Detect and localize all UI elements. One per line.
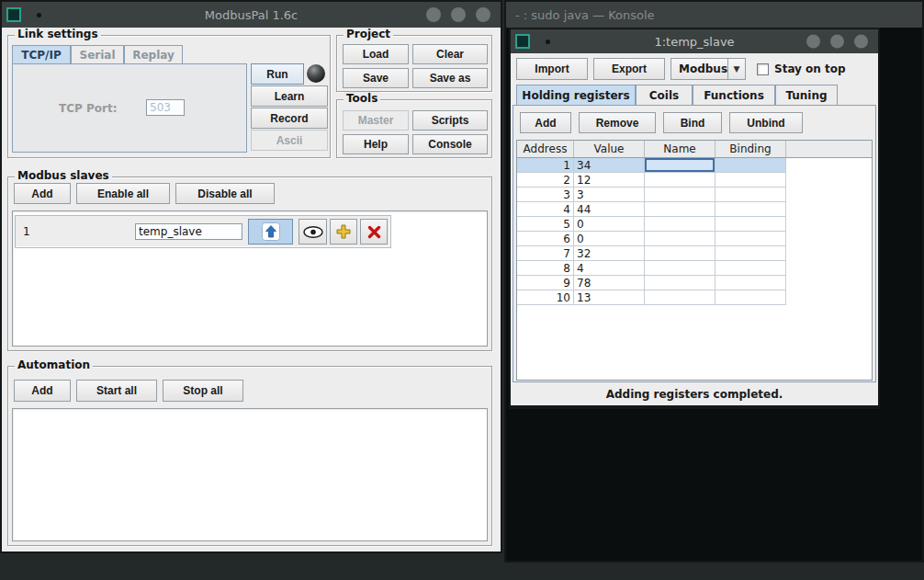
table-row[interactable]: 5 0 [517, 217, 872, 232]
cell-value[interactable]: 12 [574, 173, 645, 188]
cell-binding[interactable] [716, 188, 786, 202]
stop-all-button[interactable]: Stop all [163, 380, 243, 402]
run-button[interactable]: Run [251, 63, 304, 85]
table-row[interactable]: 7 32 [517, 246, 872, 261]
cell-binding[interactable] [716, 217, 786, 232]
tab-tuning[interactable]: Tuning [775, 85, 838, 105]
cell-name[interactable] [645, 261, 716, 276]
export-button[interactable]: Export [593, 58, 665, 80]
dialog-close-button[interactable] [854, 35, 868, 49]
bind-button[interactable]: Bind [663, 112, 722, 133]
cell-value[interactable]: 78 [574, 276, 645, 290]
tab-functions[interactable]: Functions [693, 85, 775, 105]
cell-value[interactable]: 32 [574, 246, 645, 261]
cell-binding[interactable] [716, 261, 786, 276]
cell-address[interactable]: 4 [517, 202, 574, 217]
help-button[interactable]: Help [343, 134, 409, 154]
cell-name[interactable] [645, 290, 716, 305]
add-automation-button[interactable]: Add [14, 380, 71, 402]
maximize-button[interactable] [451, 7, 466, 22]
cell-address[interactable]: 1 [517, 158, 574, 173]
table-row[interactable]: 2 12 [517, 173, 872, 188]
header-binding[interactable]: Binding [716, 141, 786, 157]
dialog-minimize-button[interactable] [806, 35, 820, 49]
slave-name-input[interactable] [135, 223, 242, 240]
cell-address[interactable]: 2 [517, 173, 574, 188]
tab-holding-registers[interactable]: Holding registers [516, 85, 636, 105]
stay-on-top-checkbox[interactable] [757, 63, 769, 75]
save-button[interactable]: Save [343, 68, 409, 88]
cell-value[interactable]: 44 [574, 202, 645, 217]
cell-binding[interactable] [716, 246, 786, 261]
remove-register-button[interactable]: Remove [579, 112, 656, 133]
record-button[interactable]: Record [251, 108, 328, 129]
cell-value[interactable]: 4 [574, 261, 645, 276]
learn-button[interactable]: Learn [251, 85, 328, 107]
cell-address[interactable]: 8 [517, 261, 574, 276]
slave-view-button[interactable] [299, 219, 327, 245]
table-row[interactable]: 8 4 [517, 261, 872, 276]
cell-address[interactable]: 10 [517, 290, 574, 305]
cell-value[interactable]: 0 [574, 217, 645, 232]
cell-binding[interactable] [716, 158, 786, 173]
cell-binding[interactable] [716, 173, 786, 188]
load-button[interactable]: Load [343, 44, 409, 64]
cell-name[interactable] [645, 158, 716, 173]
slave-enable-toggle[interactable] [248, 219, 293, 245]
dialog-maximize-button[interactable] [830, 35, 844, 49]
cell-binding[interactable] [716, 276, 786, 290]
table-row[interactable]: 4 44 [517, 202, 872, 217]
cell-address[interactable]: 6 [517, 232, 574, 246]
cell-address[interactable]: 5 [517, 217, 574, 232]
header-value[interactable]: Value [574, 141, 645, 157]
table-row[interactable]: 3 3 [517, 188, 872, 202]
enable-all-button[interactable]: Enable all [76, 183, 170, 204]
dialog-window-menu-icon[interactable] [515, 34, 530, 49]
tab-serial[interactable]: Serial [71, 45, 124, 63]
cell-name[interactable] [645, 202, 716, 217]
table-row[interactable]: 9 78 [517, 276, 872, 290]
cell-name[interactable] [645, 188, 716, 202]
cell-name[interactable] [645, 173, 716, 188]
close-button[interactable] [476, 7, 490, 22]
start-all-button[interactable]: Start all [76, 380, 157, 402]
tab-tcpip[interactable]: TCP/IP [12, 45, 71, 63]
cell-name[interactable] [645, 246, 716, 261]
minimize-button[interactable] [426, 7, 441, 22]
disable-all-button[interactable]: Disable all [175, 183, 275, 204]
chevron-down-icon[interactable]: ▼ [727, 59, 745, 79]
stay-on-top-label[interactable]: Stay on top [774, 63, 846, 75]
cell-binding[interactable] [716, 232, 786, 246]
cell-address[interactable]: 9 [517, 276, 574, 290]
table-row[interactable]: 1 34 [517, 158, 872, 173]
table-row[interactable]: 6 0 [517, 232, 872, 246]
unbind-button[interactable]: Unbind [729, 112, 803, 133]
slave-row[interactable]: 1 [15, 215, 391, 248]
add-slave-button[interactable]: Add [14, 183, 71, 204]
import-button[interactable]: Import [516, 58, 588, 80]
cell-value[interactable]: 34 [574, 158, 645, 173]
tcp-port-input[interactable] [146, 99, 185, 116]
console-button[interactable]: Console [412, 134, 488, 154]
tab-coils[interactable]: Coils [636, 85, 693, 105]
clear-button[interactable]: Clear [412, 44, 488, 64]
registers-table-scrollpane[interactable]: Address Value Name Binding 1 34 2 12 3 3 [516, 140, 873, 381]
window-menu-icon[interactable] [6, 7, 21, 22]
scripts-button[interactable]: Scripts [412, 110, 488, 131]
slave-dialog-titlebar[interactable]: 1:temp_slave [511, 29, 878, 53]
cell-address[interactable]: 7 [517, 246, 574, 261]
cell-name[interactable] [645, 232, 716, 246]
add-register-button[interactable]: Add [520, 112, 571, 133]
konsole-titlebar[interactable]: - : sudo java — Konsole [506, 2, 922, 28]
header-address[interactable]: Address [517, 141, 574, 157]
tab-replay[interactable]: Replay [124, 45, 183, 63]
modbuspal-titlebar[interactable]: ModbusPal 1.6c [2, 2, 501, 28]
slave-duplicate-button[interactable] [330, 219, 357, 245]
cell-binding[interactable] [716, 290, 786, 305]
modbus-combo[interactable]: Modbus ▼ [670, 58, 746, 80]
cell-name[interactable] [645, 217, 716, 232]
slave-delete-button[interactable] [360, 219, 388, 245]
table-row[interactable]: 10 13 [517, 290, 872, 305]
cell-binding[interactable] [716, 202, 786, 217]
cell-value[interactable]: 13 [574, 290, 645, 305]
